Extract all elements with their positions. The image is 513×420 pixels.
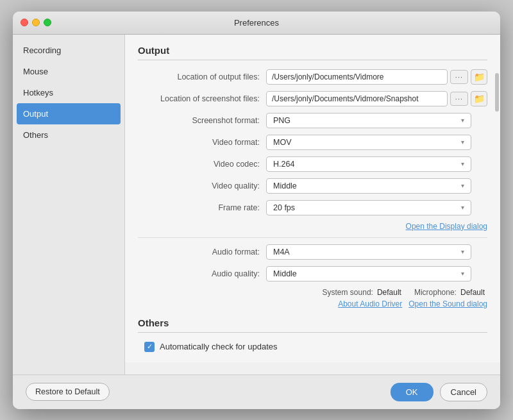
audio-format-select[interactable]: M4A ▾ bbox=[266, 244, 471, 260]
audio-quality-field: Middle ▾ bbox=[266, 266, 471, 281]
screenshot-folder-button[interactable]: 📁 bbox=[471, 91, 487, 106]
footer-buttons: OK Cancel bbox=[391, 383, 487, 401]
output-dots-button[interactable]: ··· bbox=[450, 70, 468, 84]
sidebar-item-mouse[interactable]: Mouse bbox=[13, 61, 124, 82]
frame-rate-field: 20 fps ▾ bbox=[266, 200, 471, 215]
chevron-down-icon-6: ▾ bbox=[461, 248, 464, 255]
traffic-lights bbox=[21, 19, 51, 26]
screenshot-location-row: Location of screenshot files: ··· 📁 bbox=[138, 91, 487, 106]
auto-update-checkbox[interactable]: ✓ bbox=[144, 342, 155, 352]
window-title: Preferences bbox=[234, 18, 279, 28]
video-format-field: MOV ▾ bbox=[266, 135, 471, 150]
sidebar-item-output[interactable]: Output bbox=[17, 103, 121, 124]
others-section: Others ✓ Automatically check for updates bbox=[138, 317, 487, 352]
output-location-label: Location of output files: bbox=[138, 72, 266, 81]
scrollbar-thumb[interactable] bbox=[495, 73, 499, 112]
sidebar-item-recording[interactable]: Recording bbox=[13, 40, 124, 61]
ok-button[interactable]: OK bbox=[391, 383, 433, 401]
check-icon: ✓ bbox=[147, 342, 153, 351]
output-location-row: Location of output files: ··· 📁 bbox=[138, 69, 487, 85]
titlebar: Preferences bbox=[13, 12, 500, 35]
minimize-button[interactable] bbox=[32, 19, 40, 26]
audio-links-row: About Audio Driver Open the Sound dialog bbox=[138, 299, 487, 308]
display-dialog-row: Open the Display dialog bbox=[138, 222, 487, 231]
main-wrapper: Output Location of output files: ··· 📁 L… bbox=[125, 35, 500, 374]
system-sound-pair: System sound: Default bbox=[323, 288, 401, 297]
screenshot-location-input[interactable] bbox=[266, 91, 448, 106]
video-format-label: Video format: bbox=[138, 138, 266, 147]
video-quality-row: Video quality: Middle ▾ bbox=[138, 178, 487, 194]
chevron-down-icon-4: ▾ bbox=[461, 182, 464, 189]
open-sound-dialog-link[interactable]: Open the Sound dialog bbox=[408, 299, 487, 308]
output-location-input[interactable] bbox=[266, 69, 448, 85]
microphone-label: Microphone: bbox=[414, 288, 457, 297]
audio-format-row: Audio format: M4A ▾ bbox=[138, 244, 487, 260]
audio-quality-row: Audio quality: Middle ▾ bbox=[138, 266, 487, 281]
restore-default-button[interactable]: Restore to Default bbox=[26, 383, 110, 401]
maximize-button[interactable] bbox=[44, 19, 51, 26]
microphone-value: Default bbox=[460, 288, 485, 297]
output-location-field: ··· 📁 bbox=[266, 69, 487, 85]
screenshot-dots-button[interactable]: ··· bbox=[450, 92, 468, 106]
folder-icon-2: 📁 bbox=[474, 94, 485, 104]
close-button[interactable] bbox=[21, 19, 28, 26]
microphone-pair: Microphone: Default bbox=[414, 288, 485, 297]
screenshot-format-row: Screenshot format: PNG ▾ bbox=[138, 113, 487, 128]
output-folder-button[interactable]: 📁 bbox=[471, 69, 487, 85]
audio-quality-select[interactable]: Middle ▾ bbox=[266, 266, 471, 281]
frame-rate-select[interactable]: 20 fps ▾ bbox=[266, 200, 471, 215]
auto-update-label: Automatically check for updates bbox=[160, 342, 278, 351]
chevron-down-icon-5: ▾ bbox=[461, 204, 464, 211]
frame-rate-row: Frame rate: 20 fps ▾ bbox=[138, 200, 487, 215]
about-audio-driver-link[interactable]: About Audio Driver bbox=[338, 299, 402, 308]
cancel-button[interactable]: Cancel bbox=[440, 383, 487, 401]
audio-format-field: M4A ▾ bbox=[266, 244, 471, 260]
video-quality-label: Video quality: bbox=[138, 181, 266, 190]
frame-rate-label: Frame rate: bbox=[138, 203, 266, 212]
video-quality-field: Middle ▾ bbox=[266, 178, 471, 194]
sidebar-item-others[interactable]: Others bbox=[13, 124, 124, 146]
screenshot-format-select[interactable]: PNG ▾ bbox=[266, 113, 471, 128]
output-section-title: Output bbox=[138, 45, 487, 60]
video-format-select[interactable]: MOV ▾ bbox=[266, 135, 471, 150]
preferences-window: Preferences Recording Mouse Hotkeys Outp… bbox=[13, 12, 500, 409]
chevron-down-icon-2: ▾ bbox=[461, 139, 464, 146]
system-sound-row: System sound: Default Microphone: Defaul… bbox=[138, 288, 487, 297]
chevron-down-icon-3: ▾ bbox=[461, 160, 464, 167]
others-section-title: Others bbox=[138, 317, 487, 333]
sidebar-item-hotkeys[interactable]: Hotkeys bbox=[13, 82, 124, 103]
video-format-row: Video format: MOV ▾ bbox=[138, 135, 487, 150]
video-codec-field: H.264 ▾ bbox=[266, 156, 471, 172]
chevron-down-icon: ▾ bbox=[461, 117, 464, 124]
content-area: Recording Mouse Hotkeys Output Others Ou… bbox=[13, 35, 500, 374]
screenshot-format-field: PNG ▾ bbox=[266, 113, 471, 128]
main-content: Output Location of output files: ··· 📁 L… bbox=[125, 35, 500, 362]
system-sound-value: Default bbox=[377, 288, 401, 297]
scrollbar-track bbox=[495, 60, 499, 339]
screenshot-location-field: ··· 📁 bbox=[266, 91, 487, 106]
video-quality-select[interactable]: Middle ▾ bbox=[266, 178, 471, 194]
auto-update-row: ✓ Automatically check for updates bbox=[138, 342, 487, 352]
sidebar: Recording Mouse Hotkeys Output Others bbox=[13, 35, 125, 374]
video-codec-label: Video codec: bbox=[138, 160, 266, 169]
audio-section: Audio format: M4A ▾ Audio quality: bbox=[138, 237, 487, 308]
screenshot-format-label: Screenshot format: bbox=[138, 116, 266, 125]
video-codec-select[interactable]: H.264 ▾ bbox=[266, 156, 471, 172]
footer: Restore to Default OK Cancel bbox=[13, 374, 500, 409]
chevron-down-icon-7: ▾ bbox=[461, 270, 464, 277]
display-dialog-link[interactable]: Open the Display dialog bbox=[406, 222, 487, 231]
video-codec-row: Video codec: H.264 ▾ bbox=[138, 156, 487, 172]
system-sound-label: System sound: bbox=[323, 288, 373, 297]
audio-quality-label: Audio quality: bbox=[138, 269, 266, 278]
audio-format-label: Audio format: bbox=[138, 248, 266, 256]
folder-icon: 📁 bbox=[474, 72, 485, 82]
screenshot-location-label: Location of screenshot files: bbox=[138, 94, 266, 103]
